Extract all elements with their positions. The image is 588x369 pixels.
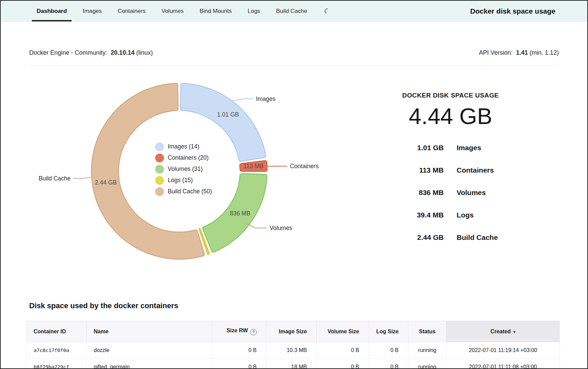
column-header-container-id[interactable]: Container ID xyxy=(27,321,87,342)
column-header-label: Volume Size xyxy=(328,329,359,334)
tab-containers[interactable]: Containers xyxy=(117,1,146,21)
column-header-label: Size RW xyxy=(226,328,248,333)
usage-row-build-cache: 2.44 GBBuild Cache xyxy=(357,226,544,249)
tab-bind-mounts[interactable]: Bind Mounts xyxy=(199,1,233,21)
dark-mode-toggle[interactable]: ☾ xyxy=(321,6,333,16)
usage-label: Volumes xyxy=(457,189,486,197)
usage-value: 39.4 MB xyxy=(357,211,444,219)
legend-item-images[interactable]: Images (14) xyxy=(155,142,199,151)
callout-line-images xyxy=(232,99,253,101)
legend-swatch-build-cache xyxy=(155,187,164,196)
column-header-label: Created xyxy=(491,329,511,334)
usage-label: Build Cache xyxy=(457,233,498,242)
usage-row-containers: 113 MBContainers xyxy=(357,159,544,181)
cell-container-id: a7c8c17f0f0a xyxy=(27,342,87,359)
callout-label-volumes: Volumes xyxy=(270,225,292,231)
cell-volume-size: 0 B xyxy=(317,342,369,359)
legend-label: Volumes (31) xyxy=(168,165,203,172)
engine-label: Docker Engine - Community: xyxy=(29,49,107,56)
containers-table-heading: Disk space used by the docker containers xyxy=(29,301,178,310)
legend-item-build-cache[interactable]: Build Cache (50) xyxy=(155,187,212,196)
usage-row-volumes: 836 MBVolumes xyxy=(357,181,544,204)
column-header-status[interactable]: Status xyxy=(408,321,446,342)
column-header-label: Image Size xyxy=(279,329,307,334)
legend-swatch-volumes xyxy=(155,165,164,174)
column-header-created[interactable]: Created▾ xyxy=(446,321,560,342)
legend-item-logs[interactable]: Logs (15) xyxy=(155,176,193,185)
table-row: a7c8c17f0f0adozzle0 B10.3 MB0 B0 Brunnin… xyxy=(27,342,560,359)
tab-images[interactable]: Images xyxy=(82,1,103,21)
top-navigation: DashboardImagesContainersVolumesBind Mou… xyxy=(1,1,587,22)
legend-label: Images (14) xyxy=(168,143,199,150)
cell-volume-size: 0 B xyxy=(317,359,369,369)
section-divider xyxy=(29,65,559,66)
callout-label-containers: Containers xyxy=(290,163,319,170)
usage-total: 4.44 GB xyxy=(357,105,544,127)
segment-size-label: 2.44 GB xyxy=(95,179,117,186)
column-header-label: Name xyxy=(94,329,109,334)
legend-label: Logs (15) xyxy=(168,177,193,183)
cell-status: running xyxy=(408,359,446,369)
legend-label: Build Cache (50) xyxy=(168,188,212,195)
engine-version-text: Docker Engine - Community:20.10.14(linux… xyxy=(29,49,153,56)
tab-dashboard[interactable]: Dashboard xyxy=(36,1,68,21)
cell-name: dozzle xyxy=(87,342,213,359)
cell-name: gifted_germain xyxy=(87,359,213,369)
column-header-size-rw[interactable]: Size RW? xyxy=(213,321,267,342)
callout-label-build-cache: Build Cache xyxy=(39,175,71,182)
engine-version: 20.10.14 xyxy=(111,49,134,56)
cell-size-rw: 0 B xyxy=(213,342,267,359)
usage-value: 2.44 GB xyxy=(357,233,444,242)
segment-size-label: 836 MB xyxy=(230,210,250,217)
legend-item-containers[interactable]: Containers (20) xyxy=(155,154,209,162)
api-version: 1.41 xyxy=(516,49,528,56)
usage-label: Logs xyxy=(457,211,474,219)
usage-label: Images xyxy=(457,144,481,152)
column-header-label: Log Size xyxy=(376,329,399,334)
column-header-image-size[interactable]: Image Size xyxy=(267,321,317,342)
legend-label: Containers (20) xyxy=(168,154,209,161)
cell-image-size: 10.3 MB xyxy=(267,342,317,359)
usage-breakdown-list: 1.01 GBImages113 MBContainers836 MBVolum… xyxy=(357,137,544,249)
table-row: b8f29ba229cfgifted_germain0 B18 MB0 B0 B… xyxy=(27,359,560,369)
column-header-label: Status xyxy=(419,329,436,334)
tab-logs[interactable]: Logs xyxy=(247,1,261,21)
cell-status: running xyxy=(408,342,446,359)
disk-usage-donut-chart: 1.01 GBImages113 MBContainers836 MBVolum… xyxy=(1,67,333,267)
docker-disk-usage-app: DashboardImagesContainersVolumesBind Mou… xyxy=(0,0,588,369)
size-rw-help-icon[interactable]: ? xyxy=(250,329,257,335)
cell-created: 2022-07-01 11:19:14 +03:00 xyxy=(446,342,560,359)
column-header-volume-size[interactable]: Volume Size xyxy=(317,321,369,342)
moon-icon: ☾ xyxy=(323,7,331,16)
legend-item-volumes[interactable]: Volumes (31) xyxy=(155,165,203,174)
column-header-name[interactable]: Name xyxy=(87,321,213,342)
column-header-log-size[interactable]: Log Size xyxy=(369,321,408,342)
api-min: (min. 1.12) xyxy=(530,49,559,56)
sort-caret-icon: ▾ xyxy=(513,330,515,334)
usage-label: Containers xyxy=(457,166,494,174)
cell-image-size: 18 MB xyxy=(267,359,317,369)
callout-label-images: Images xyxy=(256,95,276,102)
column-header-label: Container ID xyxy=(34,329,66,334)
engine-info-row: Docker Engine - Community:20.10.14(linux… xyxy=(29,49,559,56)
usage-value: 836 MB xyxy=(357,189,444,197)
usage-value: 1.01 GB xyxy=(357,144,444,152)
containers-table: Container IDNameSize RW?Image SizeVolume… xyxy=(26,321,560,369)
legend-swatch-images xyxy=(155,142,164,151)
active-tab-underline xyxy=(32,20,72,21)
usage-row-logs: 39.4 MBLogs xyxy=(357,204,544,226)
tab-build-cache[interactable]: Build Cache xyxy=(275,1,308,21)
legend-swatch-containers xyxy=(155,154,164,162)
nav-tabs: DashboardImagesContainersVolumesBind Mou… xyxy=(36,1,308,21)
cell-container-id: b8f29ba229cf xyxy=(27,359,87,369)
cell-size-rw: 0 B xyxy=(213,359,267,369)
callout-line-volumes xyxy=(247,224,267,228)
segment-size-label: 113 MB xyxy=(243,163,263,170)
usage-panel-heading: DOCKER DISK SPACE USAGE xyxy=(357,92,544,99)
usage-value: 113 MB xyxy=(357,166,444,174)
tab-volumes[interactable]: Volumes xyxy=(161,1,184,21)
cell-log-size: 0 B xyxy=(369,342,408,359)
callout-line-build-cache xyxy=(73,177,91,178)
api-version-text: API Version:1.41(min. 1.12) xyxy=(479,49,559,56)
api-label: API Version: xyxy=(479,49,513,56)
